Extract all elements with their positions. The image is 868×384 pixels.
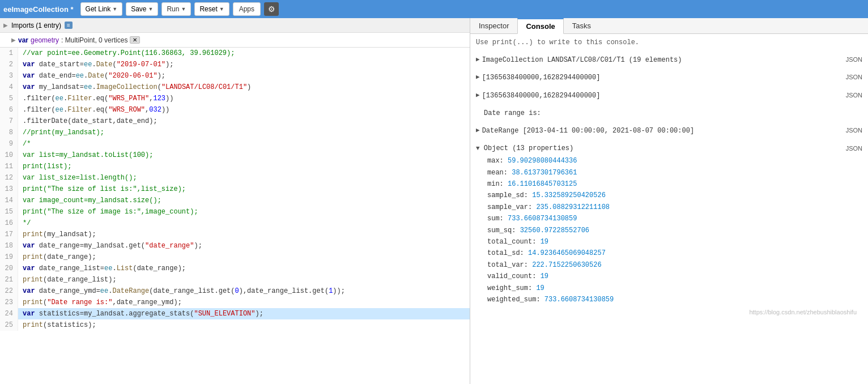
console-hint: Use print(...) to write to this console. [476,37,862,48]
code-line-11: 11print(list); [0,161,470,172]
json-link-0[interactable]: JSON [846,55,862,65]
tab-inspector[interactable]: Inspector [470,18,517,33]
obj-prop-3: sample_sd: 15.332589250420526 [487,190,862,201]
obj-prop-4: sample_var: 235.08829312211108 [487,202,862,213]
console-entry-1: ▶ [1365638400000,1628294400000] JSON [476,71,862,84]
code-line-24: 24var statistics=my_landsat.aggregate_st… [0,308,470,319]
code-line-14: 14var image_count=my_landsat.size(); [0,195,470,206]
right-tabs: Inspector Console Tasks [470,18,868,34]
console-entry-0: ▶ ImageCollection LANDSAT/LC08/C01/T1 (1… [476,54,862,67]
geometry-var-keyword: var [18,36,28,44]
code-line-23: 23print("Date range is:",date_range_ymd)… [0,297,470,308]
code-line-1: 1//var point=ee.Geometry.Point(116.36863… [0,48,470,59]
code-line-6: 6.filter(ee.Filter.eq("WRS_ROW",032)) [0,104,470,116]
tab-tasks[interactable]: Tasks [564,18,599,33]
editor-panel: ▶ Imports (1 entry) ≡ ▶ var geometry : M… [0,18,470,384]
toolbar: eeImageCollection * Get Link ▼ Save ▼ Ru… [0,0,868,18]
editor-title: eeImageCollection * [3,5,74,14]
code-line-9: 9/* [0,138,470,150]
geometry-name: geometry [31,36,59,44]
object-json-link[interactable]: JSON [846,144,862,154]
run-arrow-icon: ▼ [181,6,186,12]
code-line-3: 3var date_end=ee.Date("2020-06-01"); [0,70,470,82]
save-arrow-icon: ▼ [148,6,154,12]
obj-prop-10: valid_count: 19 [487,271,862,282]
code-line-20: 20var date_range_list=ee.List(date_range… [0,263,470,274]
code-line-5: 5.filter(ee.Filter.eq("WRS_PATH",123)) [0,93,470,104]
obj-prop-5: sum: 733.6608734130859 [487,213,862,224]
console-object: ▼ Object (13 properties) JSON max: 59.90… [476,142,862,305]
geometry-remove-button[interactable]: ✕ [130,36,140,44]
code-line-2: 2var date_start=ee.Date("2019-07-01"); [0,59,470,70]
code-line-22: 22var date_range_ymd=ee.DateRange(date_r… [0,285,470,297]
imports-list-icon: ≡ [65,22,73,29]
code-line-21: 21print(date_range_list); [0,274,470,285]
code-line-18: 18var date_range=my_landsat.get("date_ra… [0,240,470,251]
obj-prop-8: total_sd: 14.9236465069048257 [487,248,862,259]
json-link-1[interactable]: JSON [846,72,862,83]
code-area[interactable]: 1//var point=ee.Geometry.Point(116.36863… [0,48,470,384]
object-expand-icon[interactable]: ▼ [476,144,480,154]
imports-label: Imports (1 entry) [11,22,61,29]
json-link-4[interactable]: JSON [846,126,862,136]
console-entry-4: ▶ DateRange [2013-04-11 00:00:00, 2021-0… [476,125,862,138]
code-line-12: 12var list_size=list.length(); [0,172,470,184]
code-line-8: 8//print(my_landsat); [0,127,470,138]
right-panel: Inspector Console Tasks Use print(...) t… [470,18,868,384]
run-button[interactable]: Run ▼ [161,2,191,16]
console-entry-3: Date range is: [476,107,862,120]
imports-bar: ▶ Imports (1 entry) ≡ [0,18,470,33]
code-line-15: 15print("The size of image is:",image_co… [0,206,470,217]
code-line-10: 10var list=my_landsat.toList(100); [0,150,470,161]
obj-prop-7: total_count: 19 [487,236,862,248]
obj-prop-11: weight_sum: 19 [487,283,862,294]
code-line-19: 19print(date_range); [0,251,470,263]
get-link-button[interactable]: Get Link ▼ [80,2,123,16]
get-link-arrow-icon: ▼ [112,6,117,12]
geometry-expand-icon[interactable]: ▶ [11,37,16,43]
watermark: https://blog.csdn.net/zhebushiblaoshifu [476,305,862,320]
code-line-7: 7.filterDate(date_start,date_end); [0,116,470,127]
reset-arrow-icon: ▼ [219,6,224,12]
obj-prop-1: mean: 38.6137301796361 [487,167,862,178]
code-line-4: 4var my_landsat=ee.ImageCollection("LAND… [0,82,470,93]
code-line-16: 16*/ [0,217,470,229]
expand-icon-1[interactable]: ▶ [476,72,480,83]
reset-button[interactable]: Reset ▼ [194,2,229,16]
expand-icon-0[interactable]: ▶ [476,55,480,65]
apps-button[interactable]: Apps [233,2,261,16]
main-split: ▶ Imports (1 entry) ≡ ▶ var geometry : M… [0,18,868,384]
expand-icon-4[interactable]: ▶ [476,126,480,136]
gear-button[interactable]: ⚙ [264,2,279,16]
obj-prop-0: max: 59.90298080444336 [487,155,862,167]
expand-imports-icon[interactable]: ▶ [3,22,8,28]
obj-prop-12: weighted_sum: 733.6608734130859 [487,294,862,305]
obj-prop-2: min: 16.11016845703125 [487,178,862,190]
expand-icon-2[interactable]: ▶ [476,91,480,101]
console-area: Use print(...) to write to this console.… [470,34,868,384]
geometry-bar: ▶ var geometry : MultiPoint, 0 vertices … [0,33,470,48]
save-button[interactable]: Save ▼ [126,2,158,16]
tab-console[interactable]: Console [517,18,563,34]
code-line-13: 13print("The size of list is:",list_size… [0,184,470,195]
geometry-type: : MultiPoint, 0 vertices [61,36,127,44]
json-link-2[interactable]: JSON [846,91,862,101]
obj-prop-9: total_var: 222.7152250630526 [487,259,862,271]
code-line-17: 17print(my_landsat); [0,229,470,240]
obj-prop-6: sum_sq: 32560.97228552706 [487,225,862,236]
gear-icon: ⚙ [268,5,275,14]
console-entry-2: ▶ [1365638400000,1628294400000] JSON [476,89,862,103]
code-line-25: 25print(statistics); [0,319,470,331]
